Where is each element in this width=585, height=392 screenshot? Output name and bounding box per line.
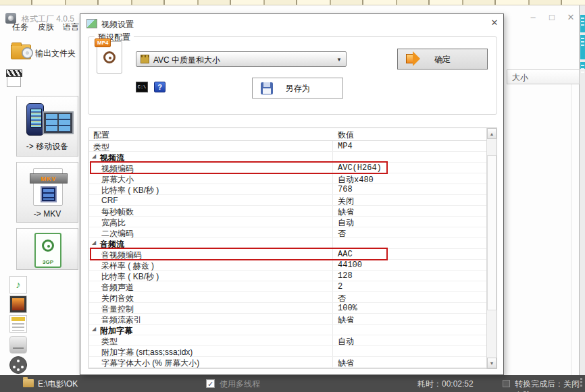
config-value: 100%	[338, 304, 357, 313]
mp4-badge: MP4	[95, 38, 111, 47]
config-value: AAC	[338, 250, 353, 259]
menu-tasks[interactable]: 任务	[9, 20, 31, 34]
output-path[interactable]: E:\电影\OK	[38, 379, 78, 390]
config-value: AVC(H264)	[338, 163, 382, 173]
config-label: CRF	[101, 196, 118, 205]
config-row[interactable]: 屏幕大小自动x480	[89, 173, 486, 184]
config-row[interactable]: 宽高比自动	[89, 217, 486, 227]
config-row[interactable]: 字幕字体大小 (% 屏幕大小)缺省	[89, 357, 486, 368]
config-row[interactable]: 比特率 ( KB/秒 )128	[89, 271, 486, 281]
config-row[interactable]: 类型MP4	[89, 141, 486, 152]
section-expand-icon[interactable]: ◢	[92, 153, 96, 159]
film-frame-icon	[41, 186, 57, 202]
ok-button-label: 确定	[398, 54, 487, 65]
dialog-close-icon[interactable]: ✕	[488, 17, 501, 29]
status-bar: E:\电影\OK ✓ 使用多线程 耗时：00:02:52 转换完成后：关闭电脑	[0, 375, 585, 392]
film-reel-icon	[103, 51, 116, 63]
config-value: 768	[338, 185, 353, 194]
config-value: 缺省	[338, 358, 354, 369]
3gp-badge: 3GP	[36, 259, 60, 265]
scroll-down-icon[interactable]: ▼	[487, 358, 497, 368]
screen: 格式工厂 4.0.5 – □ ✕ 任务 皮肤 语言 输出文件夹 -> 移动设备 …	[0, 0, 585, 392]
preset-dropdown[interactable]: AVC 中质量和大小 ▼	[136, 51, 347, 67]
config-row[interactable]: 二次编码否	[89, 227, 486, 238]
document-category-icon[interactable]	[9, 315, 27, 333]
table-scrollbar[interactable]: ▲ ▼	[486, 128, 497, 368]
background-window-strip	[0, 0, 585, 5]
output-folder-label[interactable]: 输出文件夹	[35, 48, 76, 59]
config-row[interactable]: 类型自动	[89, 335, 486, 346]
config-row[interactable]: 比特率 ( KB/秒 )768	[89, 184, 486, 195]
rom-device-category-icon[interactable]	[9, 336, 27, 354]
config-row[interactable]: 每秒帧数缺省	[89, 206, 486, 217]
preset-selected-value: AVC 中质量和大小	[153, 55, 220, 66]
config-row[interactable]: 音视频编码AAC	[89, 249, 486, 260]
help-icon[interactable]: ?	[154, 82, 166, 92]
config-value: MP4	[338, 142, 353, 151]
config-section-row[interactable]: ◢音频流	[89, 238, 486, 249]
config-section-row[interactable]: ◢视频流	[89, 152, 486, 163]
config-value: 2	[338, 282, 342, 291]
shutdown-label[interactable]: 转换完成后：关闭电脑	[515, 379, 585, 392]
config-value: 128	[338, 271, 353, 281]
scrollbar-thumb[interactable]	[487, 155, 497, 310]
output-path-folder-icon[interactable]	[23, 379, 34, 387]
config-row[interactable]: 音频声道2	[89, 281, 486, 292]
menu-language[interactable]: 语言	[60, 20, 82, 34]
minimize-button[interactable]: –	[526, 11, 540, 23]
convert-to-mkv-button[interactable]: MKV -> MKV	[16, 162, 78, 223]
mp4-file-icon: MP4	[97, 41, 122, 74]
device-button-label: -> MKV	[17, 209, 78, 219]
config-row[interactable]: 视频编码AVC(H264)	[89, 163, 486, 173]
mkv-file-icon: MKV	[33, 168, 63, 206]
save-as-button[interactable]: 另存为	[252, 78, 343, 99]
table-rows: 类型MP4◢视频流视频编码AVC(H264)屏幕大小自动x480比特率 ( KB…	[89, 141, 486, 368]
save-as-label: 另存为	[253, 83, 342, 94]
ok-button[interactable]: 确定	[397, 49, 488, 69]
multithread-label[interactable]: 使用多线程	[220, 379, 260, 390]
resize-grip[interactable]	[574, 381, 576, 383]
chevron-down-icon: ▼	[336, 57, 342, 63]
output-folder-icon[interactable]	[11, 45, 31, 59]
convert-to-mobile-button[interactable]: -> 移动设备	[16, 96, 78, 157]
maximize-button[interactable]: □	[544, 11, 559, 23]
table-header-row: 配置 数值	[89, 128, 486, 141]
config-row[interactable]: 关闭音效否	[89, 292, 486, 303]
audio-category-icon[interactable]: ♪	[9, 276, 27, 293]
list-grid-line	[571, 84, 571, 379]
3gp-file-icon: 3GP	[34, 233, 61, 268]
section-expand-icon[interactable]: ◢	[92, 240, 96, 246]
config-column-header: 配置	[93, 130, 109, 141]
config-value: 44100	[338, 260, 362, 270]
config-row[interactable]: 附加字幕 (srt;ass;ssa;idx)	[89, 346, 486, 357]
config-row[interactable]: 采样率 ( 赫兹 )44100	[89, 260, 486, 271]
filmstrip-icon	[43, 111, 74, 134]
config-row[interactable]: 音量控制100%	[89, 303, 486, 314]
command-line-icon[interactable]: C:\	[136, 82, 148, 92]
close-button[interactable]: ✕	[563, 11, 578, 23]
section-expand-icon[interactable]: ◢	[92, 326, 96, 332]
background-window-fragment	[580, 35, 585, 59]
background-window-fragment	[580, 15, 585, 32]
dialog-icon	[86, 19, 97, 28]
device-button-label: -> 移动设备	[17, 141, 78, 152]
config-row[interactable]: CRF关闭	[89, 195, 486, 206]
value-column-header: 数值	[338, 130, 354, 141]
empty-column-header	[571, 69, 580, 84]
background-window-fragment	[580, 62, 585, 69]
config-section-row[interactable]: ◢附加字幕	[89, 325, 486, 335]
shutdown-checkbox[interactable]	[503, 380, 510, 387]
video-clapper-icon[interactable]	[7, 70, 21, 87]
menu-skin[interactable]: 皮肤	[35, 20, 57, 34]
film-icon	[141, 55, 149, 63]
mobile-phone-icon	[26, 103, 44, 136]
convert-to-3gp-button[interactable]: 3GP	[16, 228, 78, 270]
advanced-category-icon[interactable]	[9, 356, 27, 374]
config-label: 字幕字体大小 (% 屏幕大小)	[101, 358, 199, 369]
multithread-checkbox[interactable]: ✓	[206, 379, 215, 388]
config-row[interactable]: 音频流索引缺省	[89, 314, 486, 325]
dialog-title: 视频设置	[101, 19, 134, 30]
size-column-header[interactable]: 大小	[507, 69, 571, 84]
picture-category-icon[interactable]	[9, 296, 27, 313]
scroll-up-icon[interactable]: ▲	[487, 128, 497, 139]
